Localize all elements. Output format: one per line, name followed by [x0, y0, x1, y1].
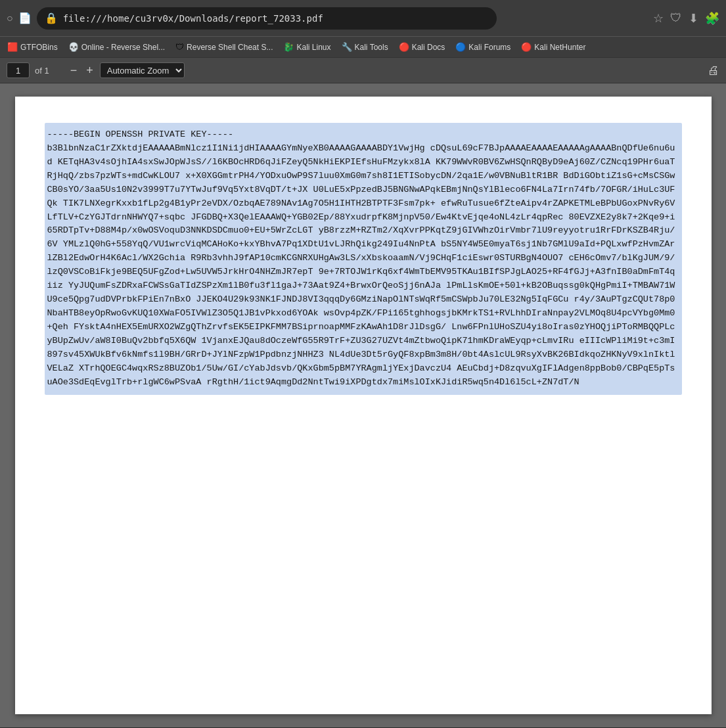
address-bar[interactable]: 🔒 file:///home/cu3rv0x/Downloads/report_… [37, 7, 497, 30]
kali-forums-favicon: 🔵 [455, 42, 466, 52]
bookmark-gtfobins[interactable]: 🟥 GTFOBins [3, 40, 62, 54]
gtfobins-favicon: 🟥 [7, 42, 18, 52]
bookmark-kali-linux[interactable]: 🐉 Kali Linux [279, 40, 335, 54]
bookmark-kali-forums-label: Kali Forums [468, 43, 510, 52]
bookmark-kali-nethunter-label: Kali NetHunter [534, 43, 585, 52]
browser-action-buttons: ☆ 🛡 ⬇ 🧩 [653, 11, 719, 26]
pdf-zoom-controls: − + Automatic Zoom 50% 75% 100% 125% 150… [68, 62, 185, 78]
download-icon[interactable]: ⬇ [689, 11, 698, 26]
bookmark-icon[interactable]: ☆ [653, 11, 664, 26]
bookmark-kali-docs[interactable]: 🔴 Kali Docs [394, 40, 450, 54]
bookmark-kali-linux-label: Kali Linux [296, 43, 330, 52]
kali-tools-favicon: 🔧 [342, 42, 352, 52]
bookmark-reverse-shell-label: Online - Reverse Shel... [81, 43, 165, 52]
pdf-zoom-plus-button[interactable]: + [83, 64, 96, 78]
bookmark-kali-tools[interactable]: 🔧 Kali Tools [337, 40, 393, 54]
kali-nethunter-favicon: 🔴 [521, 42, 532, 52]
bookmark-reverse-shell-cheat[interactable]: 🛡 Reverse Shell Cheat S... [171, 40, 277, 54]
bookmark-kali-forums[interactable]: 🔵 Kali Forums [451, 40, 515, 54]
address-bar-text: file:///home/cu3rv0x/Downloads/report_72… [63, 13, 323, 24]
bookmark-kali-docs-label: Kali Docs [412, 43, 445, 52]
pdf-page-input[interactable] [7, 62, 30, 78]
pdf-zoom-minus-button[interactable]: − [68, 64, 80, 78]
pdf-begin-line: -----BEGIN OPENSSH PRIVATE KEY----- [47, 129, 234, 139]
bookmark-reverse-shell-cheat-label: Reverse Shell Cheat S... [187, 43, 273, 52]
pdf-print-button[interactable]: 🖨 [708, 64, 719, 78]
pdf-key-text[interactable]: -----BEGIN OPENSSH PRIVATE KEY----- b3Bl… [45, 123, 682, 395]
reverse-shell-cheat-favicon: 🛡 [175, 42, 184, 52]
lock-icon: 🔒 [45, 12, 58, 24]
browser-chrome: ○ 📄 🔒 file:///home/cu3rv0x/Downloads/rep… [0, 0, 726, 36]
pdf-key-body: b3BlbnNzaC1rZXktdjEAAAAABmNlcz1I1Ni1jdHI… [47, 143, 675, 387]
kali-linux-favicon: 🐉 [283, 42, 294, 52]
bookmark-online-reverse-shell[interactable]: 💀 Online - Reverse Shel... [64, 40, 170, 54]
firefox-logo-icon: ○ [7, 12, 13, 24]
bookmark-gtfobins-label: GTFOBins [20, 43, 58, 52]
pdf-page-total: of 1 [35, 66, 49, 76]
bookmark-kali-nethunter[interactable]: 🔴 Kali NetHunter [516, 40, 590, 54]
bookmark-kali-tools-label: Kali Tools [355, 43, 388, 52]
pdf-toolbar: of 1 − + Automatic Zoom 50% 75% 100% 125… [0, 57, 726, 83]
reverse-shell-favicon: 💀 [68, 42, 79, 52]
kali-docs-favicon: 🔴 [399, 42, 409, 52]
pdf-zoom-select[interactable]: Automatic Zoom 50% 75% 100% 125% 150% 20… [100, 62, 185, 78]
pdf-content-area: -----BEGIN OPENSSH PRIVATE KEY----- b3Bl… [0, 83, 726, 727]
bookmarks-bar: 🟥 GTFOBins 💀 Online - Reverse Shel... 🛡 … [0, 36, 726, 57]
pdf-page: -----BEGIN OPENSSH PRIVATE KEY----- b3Bl… [15, 97, 712, 714]
shield-icon[interactable]: 🛡 [670, 11, 682, 25]
page-icon: 📄 [18, 12, 32, 24]
extension-icon[interactable]: 🧩 [705, 11, 719, 26]
